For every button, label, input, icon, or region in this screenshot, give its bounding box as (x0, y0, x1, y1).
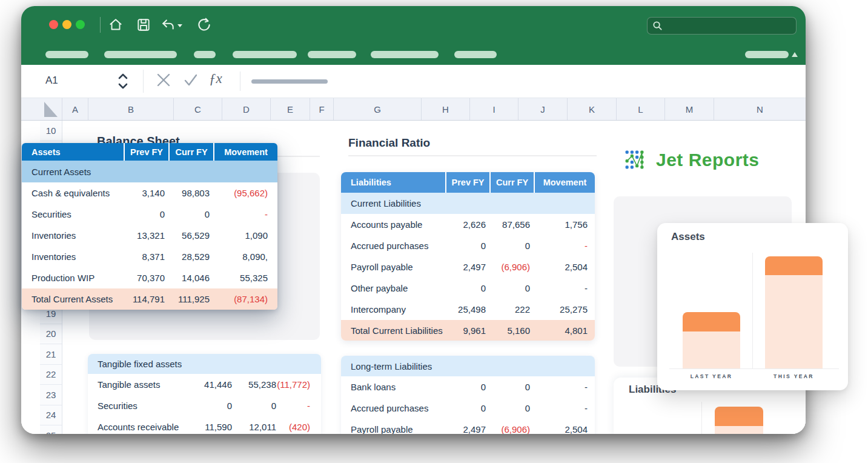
desktop: A1 ƒx A (0, 0, 868, 463)
table-row[interactable]: Payroll payable 2,497 (6,906) 2,504 (341, 419, 595, 434)
liabilities-table-header[interactable]: Liabilities Prev FY Curr FY Movement (341, 172, 595, 193)
formula-bar: A1 ƒx (21, 65, 806, 98)
table-row[interactable]: Accrued purchases 0 0 - (341, 235, 595, 256)
formula-input[interactable] (251, 79, 328, 84)
row-header[interactable]: 10 (40, 121, 62, 141)
ribbon-option-pill[interactable] (745, 51, 789, 58)
ribbon-tab-pill[interactable] (371, 51, 439, 58)
assets-table: Assets Prev FY Curr FY Movement Current … (22, 143, 277, 310)
column-header[interactable]: I (470, 98, 518, 120)
header-left-margin (21, 98, 40, 120)
select-all-corner[interactable] (40, 98, 62, 120)
undo-icon[interactable] (160, 17, 176, 33)
formula-divider (240, 72, 240, 91)
column-header[interactable]: K (568, 98, 617, 120)
search-input[interactable] (647, 17, 797, 35)
table-row[interactable]: Production WIP 70,370 14,046 55,325 (22, 267, 277, 288)
table-row[interactable]: Tangible assets 41,446 55,238 (11,772) (88, 374, 321, 395)
table-row[interactable]: Securities 0 0 - (22, 204, 277, 225)
search-icon (652, 21, 663, 31)
ribbon-tab-pill[interactable] (308, 51, 356, 58)
ribbon-tab-pill[interactable] (454, 51, 497, 58)
x-axis-label: THIS YEAR (765, 373, 823, 379)
column-header[interactable]: C (174, 98, 222, 120)
row-header[interactable]: 21 (40, 344, 62, 365)
column-header[interactable]: A (62, 98, 88, 120)
zoom-button[interactable] (76, 20, 85, 29)
column-header[interactable]: L (617, 98, 665, 120)
row-header[interactable]: 23 (40, 385, 62, 405)
table-row[interactable]: Inventories 8,371 28,529 8,090, (22, 246, 277, 267)
column-header[interactable]: H (422, 98, 470, 120)
table-row[interactable]: Securities 0 0 - (88, 395, 321, 416)
close-button[interactable] (49, 20, 58, 29)
chart-divider (701, 402, 702, 434)
group-row[interactable]: Current Liabilities (341, 193, 595, 214)
ribbon-tab-pill[interactable] (104, 51, 177, 58)
row-header[interactable]: 20 (40, 324, 62, 344)
column-header[interactable]: D (222, 98, 271, 120)
row-header[interactable]: 25 (40, 425, 62, 435)
table-row[interactable]: Accounts payable 2,626 87,656 1,756 (341, 214, 595, 235)
insert-function-icon[interactable]: ƒx (209, 71, 222, 87)
enter-check-icon[interactable] (183, 71, 199, 89)
bar-segment-body (715, 426, 763, 434)
save-icon[interactable] (136, 17, 151, 33)
table-row[interactable]: Bank loans 0 0 - (341, 376, 595, 398)
toolbar-divider (100, 17, 101, 33)
ribbon-tab-pill[interactable] (45, 51, 88, 58)
table-row[interactable]: Intercompany 25,498 222 25,275 (341, 299, 595, 320)
this-year-bar (765, 256, 823, 368)
name-box-stepper[interactable] (117, 72, 129, 91)
redo-icon[interactable] (196, 17, 212, 33)
table-row[interactable]: Inventories 13,321 56,529 1,090 (22, 225, 277, 246)
bar-segment-cap (715, 407, 763, 426)
column-header[interactable]: N (714, 98, 806, 120)
assets-chart-card: Assets LAST YEAR THIS YEAR (657, 223, 848, 390)
column-header[interactable]: F (310, 98, 334, 120)
financial-ratio-underline (348, 155, 597, 156)
row-header[interactable]: 24 (40, 405, 62, 425)
bar-segment-cap (765, 256, 823, 275)
total-row[interactable]: Total Current Assets 114,791 111,925 (87… (22, 288, 277, 310)
jet-reports-logo-icon (624, 149, 645, 170)
name-box[interactable]: A1 (45, 75, 58, 87)
column-headers: A B C D E F G H I J K L M N (21, 98, 806, 121)
column-header[interactable]: E (271, 98, 310, 120)
column-header[interactable]: G (334, 98, 422, 120)
table-row[interactable]: Accrued purchases 0 0 - (341, 398, 595, 419)
jet-reports-wordmark: Jet Reports (656, 150, 760, 170)
home-icon[interactable] (108, 17, 124, 33)
bar-segment-body (683, 331, 740, 368)
bar-segment-body (765, 275, 823, 368)
undo-dropdown-caret[interactable] (177, 24, 182, 27)
ribbon-tab-pill[interactable] (233, 51, 297, 58)
collapse-ribbon-icon[interactable] (792, 52, 798, 57)
assets-table-header[interactable]: Assets Prev FY Curr FY Movement (22, 143, 277, 161)
row-header[interactable]: 22 (40, 364, 62, 385)
select-all-triangle-icon (44, 102, 58, 117)
table-row[interactable]: Cash & equivalents 3,140 98,803 (95,662) (22, 182, 277, 204)
total-row[interactable]: Total Current Liabilities 9,961 5,160 4,… (341, 320, 595, 341)
last-year-bar (683, 312, 740, 368)
chart-divider (752, 253, 753, 368)
card-header: Long-term Liabilities (341, 356, 595, 376)
table-row[interactable]: Other paybale 0 0 - (341, 278, 595, 299)
financial-ratio-title: Financial Ratio (348, 136, 430, 150)
column-header[interactable]: B (88, 98, 174, 120)
minimize-button[interactable] (62, 20, 71, 29)
cancel-icon[interactable] (156, 71, 171, 89)
chart-baseline (669, 368, 839, 369)
liabilities-bar (715, 407, 763, 434)
column-header[interactable]: M (665, 98, 714, 120)
ribbon-tab-pill[interactable] (194, 51, 216, 58)
x-axis-label: LAST YEAR (683, 373, 740, 379)
table-row[interactable]: Payroll payable 2,497 (6,906) 2,504 (341, 256, 595, 278)
card-header: Tangible fixed assets (88, 354, 321, 374)
table-row[interactable]: Accounts receivable 11,590 12,011 (420) (88, 416, 321, 434)
column-header[interactable]: J (518, 98, 568, 120)
tangible-fixed-assets-card: Tangible fixed assets Tangible assets 41… (88, 354, 321, 434)
group-row[interactable]: Current Assets (22, 161, 277, 182)
title-bar (21, 6, 806, 65)
longterm-liabilities-card: Long-term Liabilities Bank loans 0 0 - A… (341, 356, 595, 434)
